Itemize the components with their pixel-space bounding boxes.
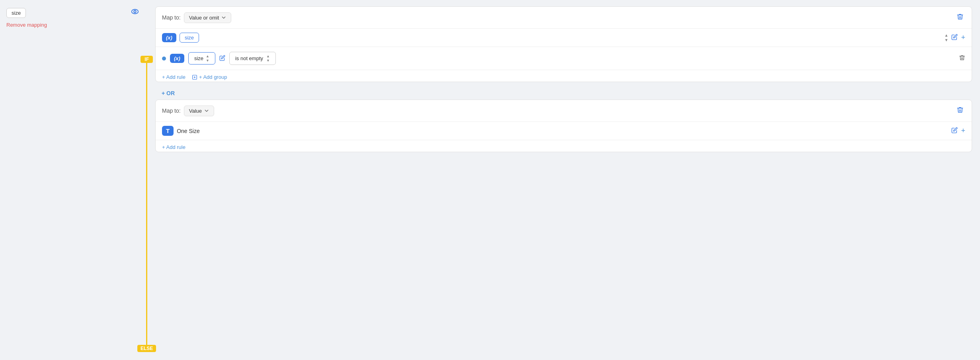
svg-point-1 bbox=[134, 10, 136, 13]
if-add-rule-row: + Add rule + Add group bbox=[156, 70, 972, 82]
if-chevron[interactable]: ▲ ▼ bbox=[945, 33, 949, 42]
if-trash-button[interactable] bbox=[955, 12, 965, 23]
if-add-group-button[interactable]: + Add group bbox=[192, 74, 227, 80]
if-var-badge: (x) bbox=[162, 33, 176, 42]
if-variable-row: (x) size ▲ ▼ + bbox=[156, 29, 972, 47]
else-plus-icon[interactable]: + bbox=[961, 127, 965, 135]
svg-point-0 bbox=[132, 10, 139, 14]
else-map-to-label: Map to: bbox=[162, 108, 181, 114]
eye-icon-wrapper bbox=[131, 7, 139, 18]
else-value-row: T One Size + bbox=[156, 122, 972, 140]
else-t-badge: T bbox=[162, 126, 174, 136]
condition-dot bbox=[162, 57, 166, 61]
if-map-to-label: Map to: bbox=[162, 14, 181, 21]
if-add-rule-button[interactable]: + Add rule bbox=[162, 74, 185, 80]
or-button[interactable]: + OR bbox=[162, 90, 175, 96]
if-add-group-label: + Add group bbox=[199, 74, 227, 80]
else-map-to-dropdown[interactable]: Value bbox=[184, 106, 214, 116]
cond-chevron[interactable]: ▲ ▼ bbox=[206, 54, 209, 63]
else-map-to-row: Map to: Value bbox=[156, 100, 972, 122]
or-row: + OR bbox=[162, 87, 972, 100]
if-card: Map to: Value or omit ( bbox=[155, 6, 972, 82]
if-map-to-row: Map to: Value or omit bbox=[156, 7, 972, 29]
cond-operator-text: is not empty bbox=[235, 55, 263, 61]
cond-operator-dropdown[interactable]: is not empty ▲ ▼ bbox=[229, 52, 276, 65]
else-trash-button[interactable] bbox=[955, 105, 965, 117]
size-label: size bbox=[6, 8, 26, 18]
cond-var-tag-text: size bbox=[194, 55, 203, 61]
else-map-to-value: Value bbox=[189, 108, 202, 114]
cond-op-chevron[interactable]: ▲ ▼ bbox=[266, 54, 270, 63]
if-var-tag[interactable]: size bbox=[180, 33, 199, 43]
else-edit-icon[interactable] bbox=[951, 127, 958, 135]
if-condition-row: (x) size ▲ ▼ is not empty bbox=[162, 52, 965, 65]
if-condition-section: (x) size ▲ ▼ is not empty bbox=[156, 47, 972, 70]
cond-trash-button[interactable] bbox=[959, 55, 965, 62]
cond-var-tag[interactable]: size ▲ ▼ bbox=[188, 52, 215, 65]
eye-icon[interactable] bbox=[131, 9, 139, 18]
cond-edit-icon[interactable] bbox=[219, 55, 225, 62]
if-map-to-value: Value or omit bbox=[189, 15, 219, 21]
else-add-rule-row: + Add rule bbox=[156, 140, 972, 152]
if-edit-icon[interactable] bbox=[951, 34, 958, 41]
else-card: Map to: Value T bbox=[155, 100, 972, 152]
if-map-to-dropdown[interactable]: Value or omit bbox=[184, 12, 232, 23]
cond-var-badge: (x) bbox=[170, 54, 184, 63]
if-badge: IF bbox=[141, 56, 153, 63]
else-one-size-text: One Size bbox=[177, 128, 947, 134]
else-add-rule-button[interactable]: + Add rule bbox=[162, 144, 185, 150]
else-badge: ELSE bbox=[137, 345, 156, 352]
remove-mapping-button[interactable]: Remove mapping bbox=[6, 22, 141, 28]
if-plus-icon[interactable]: + bbox=[961, 33, 965, 42]
